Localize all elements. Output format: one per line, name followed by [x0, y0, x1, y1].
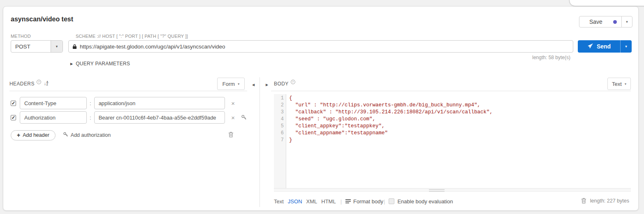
format-lines-icon: [345, 199, 351, 203]
line-number: 5: [274, 123, 286, 130]
add-authorization-label: Add authorization: [71, 132, 111, 138]
headers-panel: HEADERS ? ↓ AZ Form ▾ ✓ Content-Type : a…: [9, 77, 247, 209]
delete-header-icon[interactable]: ×: [230, 114, 236, 121]
url-input[interactable]: https://apigate-test.glodon.com/ugc/api/…: [68, 40, 573, 53]
chevron-down-icon: ▾: [626, 20, 628, 24]
add-authorization-button[interactable]: Add authorization: [63, 132, 111, 138]
key-icon: [63, 132, 68, 138]
header-value-input[interactable]: Bearer cn-00110c6f-4eb7-4baa-a55e-e2ddf5…: [94, 111, 225, 124]
line-number: 4: [274, 116, 286, 123]
enable-body-evaluation-checkbox[interactable]: [389, 198, 394, 204]
editor-resize-handle[interactable]: [429, 189, 445, 191]
chevron-down-icon: ▾: [625, 44, 627, 48]
help-icon[interactable]: ?: [291, 80, 295, 84]
query-parameters-label: QUERY PARAMETERS: [76, 61, 130, 67]
body-mode-select[interactable]: Text ▾: [607, 78, 631, 90]
line-number: 6: [274, 130, 286, 137]
paper-plane-icon: [587, 43, 593, 50]
key-icon[interactable]: [241, 115, 247, 120]
line-number: 3: [274, 109, 286, 116]
format-tab-text[interactable]: Text: [274, 198, 284, 205]
lock-icon: [72, 44, 77, 49]
send-button-label: Send: [597, 43, 611, 50]
headers-actions-row: + Add header Add authorization: [9, 130, 247, 140]
send-button[interactable]: Send: [578, 40, 620, 53]
body-editor[interactable]: 1 2 3 4 5 6 7 { "url" : "http://clips.vo…: [274, 94, 631, 188]
request-card: asynscan/video test Save ▾ METHOD SCHEME…: [3, 6, 639, 211]
code-line: }: [289, 137, 631, 144]
body-title: BODY: [274, 81, 289, 87]
header-enabled-checkbox[interactable]: ✓: [11, 115, 16, 120]
body-footer-toolbar: Text JSON XML HTML | Format body | Enabl…: [274, 198, 631, 205]
header-rows: ✓ Content-Type : application/json × ✓ Au…: [9, 97, 247, 126]
sort-az-icon[interactable]: ↓ AZ: [44, 81, 49, 86]
page-title: asynscan/video test: [11, 16, 73, 23]
code-area: { "url" : "http://clips.vorwaerts-gmbh.d…: [286, 94, 631, 188]
panel-splitter[interactable]: [259, 77, 260, 207]
url-value: https://apigate-test.glodon.com/ugc/api/…: [80, 44, 225, 50]
chevron-down-icon: ▾: [625, 82, 626, 86]
save-button-group: Save ▾: [579, 16, 632, 28]
code-line: "seed" : "ugc.glodon.com",: [289, 116, 631, 123]
headers-title: HEADERS: [9, 81, 35, 87]
header-name-input[interactable]: Content-Type: [20, 97, 87, 109]
unsaved-changes-dot-icon: [613, 20, 617, 24]
header-name-input[interactable]: Authorization: [20, 111, 87, 124]
collapsed-side-tab[interactable]: [569, 0, 644, 6]
query-parameters-toggle[interactable]: ▶ QUERY PARAMETERS: [70, 61, 130, 67]
line-number-gutter: 1 2 3 4 5 6 7: [274, 94, 286, 188]
colon-separator: :: [90, 115, 91, 121]
chevron-down-icon: ▾: [238, 82, 239, 86]
headers-mode-value: Form: [222, 81, 235, 87]
body-length-label: length: 227 bytes: [590, 198, 629, 204]
body-length-indicator: length: 227 bytes: [581, 198, 629, 204]
line-number: 1: [274, 95, 286, 102]
code-line: "callback" : "http://39.105.214.226:1808…: [289, 109, 631, 116]
delete-header-icon[interactable]: ×: [230, 100, 236, 107]
save-button-label: Save: [589, 18, 602, 25]
header-row: ✓ Content-Type : application/json ×: [9, 97, 247, 109]
format-tab-html[interactable]: HTML: [321, 198, 336, 205]
line-number: 2: [274, 102, 286, 109]
code-line: {: [289, 95, 631, 102]
send-button-group: Send ▾: [578, 40, 632, 53]
collapse-right-panel-icon[interactable]: ▶: [266, 83, 268, 87]
editor-bottom-strip: [274, 188, 631, 192]
help-icon[interactable]: ?: [37, 80, 41, 84]
clear-headers-trash-icon[interactable]: [228, 131, 234, 138]
headers-mode-select[interactable]: Form ▾: [217, 78, 245, 90]
body-evaluation-option: Enable body evaluation: [389, 198, 453, 205]
header-row: ✓ Authorization : Bearer cn-00110c6f-4eb…: [9, 111, 247, 124]
headers-title-row: HEADERS ? ↓ AZ: [9, 81, 49, 87]
chevron-down-icon: ▾: [51, 41, 63, 52]
add-header-button[interactable]: + Add header: [11, 130, 56, 140]
method-select[interactable]: POST ▾: [11, 40, 63, 53]
collapse-left-panel-icon[interactable]: ◀: [252, 83, 255, 87]
body-panel-header: BODY ? Text ▾: [271, 77, 631, 91]
header-value-input[interactable]: application/json: [94, 97, 225, 109]
line-number: 7: [274, 137, 286, 144]
code-line: "client_appkey":"testappkey",: [289, 123, 631, 130]
clear-body-trash-icon[interactable]: [581, 198, 586, 204]
code-line: "url" : "http://clips.vorwaerts-gmbh.de/…: [289, 102, 631, 109]
separator: |: [384, 198, 385, 205]
header-enabled-checkbox[interactable]: ✓: [11, 101, 16, 106]
format-body-label: Format body: [353, 198, 383, 205]
body-title-row: BODY ?: [274, 81, 295, 87]
format-tab-xml[interactable]: XML: [306, 198, 317, 205]
send-dropdown-button[interactable]: ▾: [620, 40, 632, 53]
body-mode-value: Text: [612, 81, 622, 87]
format-body-button[interactable]: Format body: [345, 198, 383, 205]
save-dropdown-button[interactable]: ▾: [621, 16, 632, 27]
headers-panel-header: HEADERS ? ↓ AZ Form ▾: [9, 77, 247, 91]
format-tab-json[interactable]: JSON: [288, 198, 302, 205]
plus-icon: +: [17, 132, 20, 138]
method-value: POST: [11, 41, 51, 52]
scheme-label: SCHEME :// HOST [ ":" PORT ] [ PATH [ "?…: [76, 34, 188, 39]
colon-separator: :: [90, 100, 91, 106]
body-panel: BODY ? Text ▾ 1 2 3 4 5 6 7 { "url" : "h…: [271, 77, 631, 209]
add-header-label: Add header: [23, 132, 49, 138]
url-length-indicator: length: 58 byte(s): [68, 55, 570, 60]
save-button[interactable]: Save: [579, 16, 621, 27]
method-label: METHOD: [11, 34, 31, 39]
